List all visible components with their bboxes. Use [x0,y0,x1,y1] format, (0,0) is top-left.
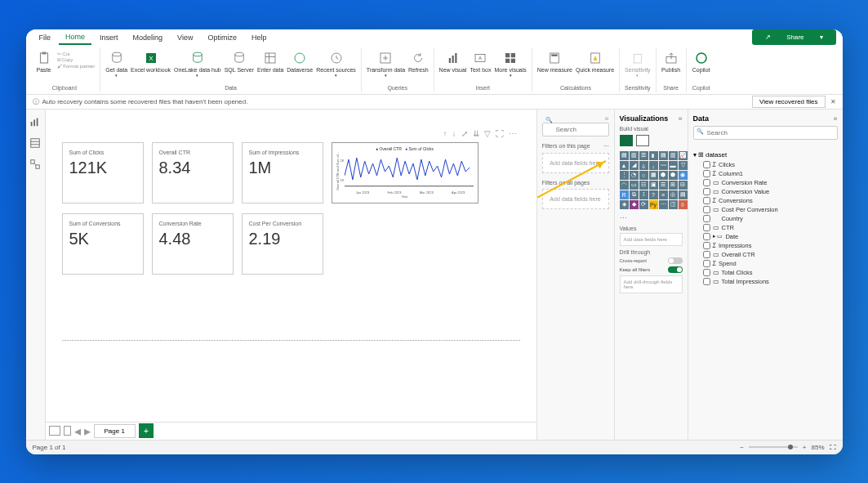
field-ctr[interactable]: ▭ CTR [693,223,838,232]
menu-home[interactable]: Home [59,30,91,45]
menu-view[interactable]: View [171,31,199,44]
sensitivity-button[interactable]: Sensitivity▾ [625,51,651,78]
field-checkbox[interactable] [703,242,710,249]
menu-optimize[interactable]: Optimize [201,31,243,44]
table-view-icon[interactable] [29,137,41,149]
100-column-icon[interactable]: ▥ [669,151,678,160]
map-icon[interactable]: ⬢ [659,171,668,180]
line-clustered-icon[interactable]: ⍚ [649,161,658,170]
kpi-icon[interactable]: ▣ [649,181,658,190]
add-page-button[interactable]: + [139,423,154,438]
model-view-icon[interactable] [29,159,41,170]
more-viz-icon[interactable]: ⋯ [620,214,683,222]
stacked-bar-icon[interactable]: ▤ [620,151,629,160]
scatter-icon[interactable]: ⋮ [620,171,629,180]
line-chart-icon[interactable]: 📈 [679,151,688,160]
field-checkbox[interactable] [703,233,710,240]
onelake-button[interactable]: OneLake data hub▾ [174,51,221,78]
field-checkbox[interactable] [703,161,710,168]
100-bar-icon[interactable]: ▤ [659,151,668,160]
multi-card-icon[interactable]: ☷ [639,181,648,190]
report-view-icon[interactable] [29,116,41,127]
field-column1[interactable]: Σ Column1 [693,169,838,178]
line-stacked-icon[interactable]: ⍙ [639,161,648,170]
treemap-icon[interactable]: ▦ [649,171,658,180]
canvas[interactable]: ↑ ↓ ⤢ ⇊ ▽ ⛶ ⋯ Sum of Clicks121K Overall … [46,110,536,440]
slicer-icon[interactable]: ☰ [659,181,668,190]
field-checkbox[interactable] [703,179,710,186]
fit-page-icon[interactable]: ⛶ [830,444,836,451]
enter-data-button[interactable]: Enter data [257,51,283,73]
power-apps-icon[interactable]: ◆ [630,200,639,209]
field-total-clicks[interactable]: ▭ Total Clicks [693,268,838,277]
keep-filters-toggle[interactable] [668,266,683,273]
copilot-button[interactable]: Copilot [692,51,711,73]
field-country[interactable]: Country [693,214,838,223]
field-spend[interactable]: Σ Spend [693,259,838,268]
expand-icon[interactable]: ⤢ [461,129,468,138]
menu-insert[interactable]: Insert [93,31,125,44]
format-visual-tab[interactable] [636,135,649,146]
matrix-icon[interactable]: ⊟ [679,181,688,190]
zoom-in-icon[interactable]: + [803,444,807,451]
field-impressions[interactable]: Σ Impressions [693,241,838,250]
card-conversion-rate[interactable]: Conversion Rate4.48 [152,213,234,275]
stacked-column-icon[interactable]: ▥ [630,151,639,160]
new-visual-button[interactable]: New visual [439,51,467,73]
card-conversions[interactable]: Sum of Conversions5K [62,213,144,275]
more-icon[interactable]: ⋯ [509,129,517,138]
table-icon[interactable]: ⊞ [669,181,678,190]
custom-2-icon[interactable]: ◊ [679,200,688,209]
dataset-node[interactable]: ▾ ⊞ dataset [693,150,838,160]
view-recovered-button[interactable]: View recovered files [752,96,825,108]
r-visual-icon[interactable]: R [620,190,629,199]
card-impressions[interactable]: Sum of Impressions1M [242,142,323,203]
card-icon[interactable]: ▭ [630,181,639,190]
waterfall-icon[interactable]: ▬ [669,161,678,170]
card-cost-per-conversion[interactable]: Cost Per Conversion2.19 [242,213,323,275]
menu-file[interactable]: File [33,31,58,44]
donut-icon[interactable]: ○ [639,171,648,180]
cross-report-toggle[interactable] [668,257,683,264]
data-search-input[interactable] [693,126,838,140]
more-icon[interactable]: ⋯ [603,143,609,150]
ribbon-chart-icon[interactable]: 〰 [659,161,668,170]
field-checkbox[interactable] [703,224,710,231]
field-total-impressions[interactable]: ▭ Total Impressions [693,277,838,286]
pie-icon[interactable]: ◔ [630,171,639,180]
dataverse-button[interactable]: Dataverse [287,51,313,73]
field-checkbox[interactable] [703,215,710,222]
area-chart-icon[interactable]: ▲ [620,161,629,170]
values-drop[interactable]: Add data fields here [620,233,683,246]
funnel-icon[interactable]: ▽ [679,161,688,170]
field-overall-ctr[interactable]: ▭ Overall CTR [693,250,838,259]
custom-1-icon[interactable]: ◫ [669,200,678,209]
field-cost-per-conversion[interactable]: ▭ Cost Per Conversion [693,205,838,214]
publish-button[interactable]: Publish [661,51,681,73]
drill-down-icon[interactable]: ↓ [452,129,456,138]
more-visuals-button[interactable]: More visuals▾ [495,51,527,78]
focus-icon[interactable]: ⛶ [496,129,504,138]
drill-up-icon[interactable]: ↑ [443,129,447,138]
goals-icon[interactable]: ◎ [669,190,678,199]
menu-modeling[interactable]: Modeling [127,31,170,44]
filter-all-drop[interactable]: Add data fields here [542,189,609,209]
filled-map-icon[interactable]: ⬣ [669,171,678,180]
share-button[interactable]: ↗Share▾ [752,29,835,45]
gauge-icon[interactable]: ◠ [620,181,629,190]
filter-icon[interactable]: ▽ [484,129,491,138]
textbox-button[interactable]: AText box [470,51,491,73]
filter-search-input[interactable] [542,123,609,136]
field-date[interactable]: ▸ ▭ Date [693,232,838,241]
field-conversions[interactable]: Σ Conversions [693,196,838,205]
new-measure-button[interactable]: New measure [537,51,572,73]
narrative-icon[interactable]: ≡ [659,190,668,199]
paste-button[interactable]: Paste [34,51,54,73]
field-checkbox[interactable] [703,251,710,258]
recent-sources-button[interactable]: Recent sources▾ [316,51,356,78]
next-level-icon[interactable]: ⇊ [473,129,479,138]
quick-measure-button[interactable]: Quick measure [576,51,614,73]
excel-button[interactable]: XExcel workbook [131,51,171,73]
decomposition-icon[interactable]: ⫱ [639,190,648,199]
azure-map-icon[interactable]: ◉ [679,171,688,180]
